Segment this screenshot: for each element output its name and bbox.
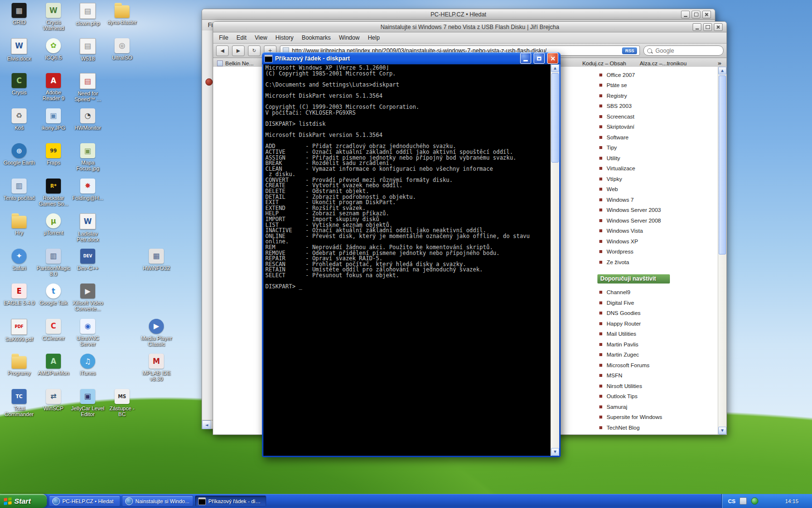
recommend-link[interactable]: DNS Goodies	[599, 308, 682, 319]
desktop-icon[interactable]: C Crysis	[2, 73, 36, 108]
bookmark-item[interactable]: Alza.cz –...tronikou	[639, 60, 686, 66]
sidebar-category-link[interactable]: Web	[599, 184, 682, 195]
desktop-icon[interactable]: ♻ Koš	[2, 108, 36, 144]
sidebar-category-link[interactable]: Wordpress	[599, 247, 682, 257]
close-button[interactable]	[547, 53, 558, 64]
desktop-icon[interactable]: dyna-blaster	[105, 3, 139, 38]
desktop-icon[interactable]: ▶ Xilisoft Video Converte...	[71, 284, 105, 319]
sidebar-category-link[interactable]: Software	[599, 132, 682, 143]
recommend-link[interactable]: Channel9	[599, 287, 682, 298]
desktop-icon[interactable]: ▥ Tento počítač	[2, 179, 36, 214]
sidebar-category-link[interactable]: Vtípky	[599, 174, 682, 184]
search-field[interactable]	[643, 45, 724, 56]
sidebar-category-link[interactable]: Windows Vista	[599, 226, 682, 237]
desktop-icon[interactable]: DEV Dev-C++	[71, 249, 105, 284]
scrollbar-thumb[interactable]	[551, 73, 559, 163]
back-window-titlebar[interactable]: PC-HELP.CZ • Hledat	[202, 9, 715, 20]
recommend-link[interactable]: Martin Zugec	[599, 350, 682, 360]
close-button[interactable]	[714, 23, 723, 31]
recommend-link[interactable]: Samuraj	[599, 402, 682, 412]
back-button[interactable]: ◀	[216, 45, 229, 56]
desktop-icon[interactable]: ▤ W518	[71, 38, 105, 74]
taskbar-clock[interactable]: 14:15	[785, 498, 798, 504]
bookmarks-overflow-chevron[interactable]: »	[718, 60, 722, 67]
desktop-icon[interactable]: R* Rockstar Games So...	[36, 179, 71, 214]
maximize-button[interactable]	[534, 53, 545, 64]
recommend-link[interactable]: Digital Five	[599, 298, 682, 308]
sidebar-category-link[interactable]: Screencast	[599, 111, 682, 122]
sidebar-category-link[interactable]: Windows 7	[599, 194, 682, 205]
desktop-icon[interactable]: ▦ GRID	[2, 3, 36, 38]
desktop-icon[interactable]: ▣ Mapa Focus.jpg	[71, 143, 105, 179]
desktop-icon[interactable]: ✦ Safari	[2, 249, 36, 284]
desktop-icon[interactable]: ⊕ Google Earth	[2, 143, 36, 179]
scroll-down-button[interactable]: ▼	[718, 427, 726, 434]
terminal-body[interactable]: Microsoft Windows XP [Verze 5.1.2600] (C…	[263, 64, 559, 456]
desktop-icon[interactable]: A AMDPwrMon	[36, 354, 71, 389]
menu-item[interactable]: Bookmarks	[302, 34, 331, 41]
reload-button[interactable]: ↻	[248, 45, 261, 56]
desktop-icon[interactable]: C CCleaner	[36, 319, 71, 354]
desktop-icon[interactable]: E EAGLE 5.4.0	[2, 284, 36, 319]
sidebar-category-link[interactable]: Windows Server 2008	[599, 215, 682, 226]
desktop-icon[interactable]: ⇄ WinSCP	[36, 389, 71, 424]
desktop-icon[interactable]: 99 Fraps	[36, 143, 71, 179]
terminal-scrollbar[interactable]: ▲ ▼	[551, 64, 559, 456]
sidebar-category-link[interactable]: SBS 2003	[599, 101, 682, 112]
desktop-icon[interactable]: ◔ HWMonitor	[71, 108, 105, 144]
minimize-button[interactable]	[681, 11, 690, 18]
taskbar-task-button[interactable]: Nainstalujte si Windo...	[122, 495, 193, 507]
maximize-button[interactable]	[703, 23, 712, 31]
desktop-icon[interactable]: W Crysis Warhead	[36, 3, 71, 38]
minimize-button[interactable]	[693, 23, 701, 31]
sidebar-category-link[interactable]: Virtualizace	[599, 164, 682, 174]
scroll-down-button[interactable]: ▼	[551, 448, 559, 456]
desktop-icon[interactable]: ♫ iTunes	[71, 354, 105, 389]
recommend-link[interactable]: Outlook Tips	[599, 391, 682, 402]
bookmark-item[interactable]: Belkin Ne...	[217, 60, 254, 66]
desktop-icon[interactable]: ✸ Folding@H...	[71, 179, 105, 214]
desktop-icon[interactable]: MS Zástupce - BC	[105, 389, 139, 424]
desktop-icon[interactable]: Programy	[2, 354, 36, 389]
taskbar-task-button[interactable]: Příkazový řádek - disk...	[195, 495, 266, 507]
recommend-link[interactable]: Microsoft Forums	[599, 360, 682, 371]
desktop-icon[interactable]: t Google Talk	[36, 284, 71, 319]
desktop-icon[interactable]: Hry	[2, 213, 36, 249]
desktop-icon[interactable]: ▥ PartitionMagic 8.0	[36, 249, 71, 284]
minimize-button[interactable]	[520, 53, 531, 64]
browser-titlebar[interactable]: Nainstalujte si Windows 7 nebo Vista z U…	[213, 22, 726, 32]
rss-button[interactable]: RSS	[622, 47, 637, 54]
desktop-icon[interactable]: ◉ UltraVNC Server	[71, 319, 105, 354]
menu-item[interactable]: Window	[339, 34, 360, 41]
recommend-link[interactable]: Martin Pavlis	[599, 339, 682, 350]
desktop-icon[interactable]: ▶ Media Player Classic	[139, 319, 174, 354]
sidebar-category-link[interactable]: Registry	[599, 90, 682, 101]
taskbar-task-button[interactable]: PC-HELP.CZ • Hledat	[49, 495, 120, 507]
status-tray-icon[interactable]	[751, 497, 758, 505]
sidebar-category-link[interactable]: Tipy	[599, 143, 682, 153]
desktop-icon[interactable]: µ µTorrent	[36, 213, 71, 249]
menu-item[interactable]: History	[276, 34, 293, 41]
desktop-icon[interactable]: A Adobe Reader 9	[36, 73, 71, 108]
sidebar-category-link[interactable]: Windows XP	[599, 236, 682, 247]
sidebar-category-link[interactable]: Office 2007	[599, 70, 682, 80]
desktop-icon[interactable]: TC Total Commander	[2, 389, 36, 424]
menu-item[interactable]: File	[219, 34, 228, 41]
bookmark-item[interactable]: Koduj.cz – Obsah	[582, 60, 626, 66]
menu-item[interactable]: Help	[368, 34, 380, 41]
desktop-icon[interactable]: M MPLAB IDE v8.30	[139, 354, 174, 389]
sidebar-category-link[interactable]: Skriptování	[599, 122, 682, 133]
forward-button[interactable]: ▶	[232, 45, 245, 56]
desktop-icon[interactable]: W Ladislav Petr.docx	[71, 213, 105, 249]
search-input[interactable]	[654, 47, 720, 55]
desktop-icon[interactable]: PDF SaK699.pdf	[2, 319, 36, 354]
desktop-icon[interactable]: ▦ HWiNFO32	[139, 249, 174, 284]
desktop-icon[interactable]: ▤ Need for Speed™ ...	[71, 73, 105, 108]
sidebar-category-link[interactable]: Windows Server 2003	[599, 205, 682, 216]
desktop-icon[interactable]: ▣ ikony.JPG	[36, 108, 71, 144]
page-scrollbar[interactable]: ▲ ▼	[718, 67, 726, 434]
recommend-link[interactable]: Supersite for Windows	[599, 412, 682, 423]
language-indicator[interactable]: CS	[728, 498, 735, 504]
terminal-titlebar[interactable]: Příkazový řádek - diskpart	[262, 52, 561, 64]
menu-item[interactable]: Edit	[236, 34, 246, 41]
